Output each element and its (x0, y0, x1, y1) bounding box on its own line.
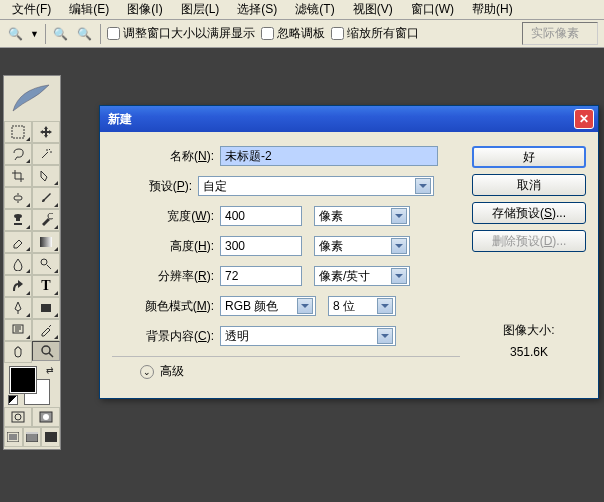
menu-window[interactable]: 窗口(W) (403, 0, 462, 20)
width-input[interactable] (220, 206, 302, 226)
expand-icon: ⌄ (140, 365, 154, 379)
eraser-tool[interactable] (4, 231, 32, 253)
screen-standard-icon[interactable] (4, 427, 23, 447)
svg-point-8 (15, 414, 21, 420)
foreground-color-swatch[interactable] (10, 367, 36, 393)
menu-edit[interactable]: 编辑(E) (61, 0, 117, 20)
background-select[interactable]: 透明 (220, 326, 396, 346)
menu-view[interactable]: 视图(V) (345, 0, 401, 20)
wand-tool[interactable] (32, 143, 60, 165)
path-tool[interactable] (4, 275, 32, 297)
save-preset-button[interactable]: 存储预设(S)... (472, 202, 586, 224)
quickmask-mode-icon[interactable] (32, 407, 60, 427)
chevron-down-icon (391, 238, 407, 254)
height-input[interactable] (220, 236, 302, 256)
hand-tool[interactable] (4, 341, 32, 363)
svg-rect-1 (14, 196, 22, 200)
tools-palette: T ⇄ (3, 75, 61, 450)
width-unit-select[interactable]: 像素 (314, 206, 410, 226)
dodge-tool[interactable] (32, 253, 60, 275)
screen-full-icon[interactable] (41, 427, 60, 447)
options-toolbar: 🔍 ▼ 🔍 🔍 调整窗口大小以满屏显示 忽略调板 缩放所有窗口 实际像素 (0, 20, 604, 48)
menu-select[interactable]: 选择(S) (229, 0, 285, 20)
dialog-titlebar[interactable]: 新建 ✕ (100, 106, 598, 132)
pen-tool[interactable] (4, 297, 32, 319)
new-document-dialog: 新建 ✕ 名称(N): 预设(P): 自定 宽度(W): 像素 高度(H): 像… (99, 105, 599, 399)
menu-file[interactable]: 文件(F) (4, 0, 59, 20)
resolution-unit-select[interactable]: 像素/英寸 (314, 266, 410, 286)
svg-rect-4 (41, 304, 51, 312)
zoom-out-icon[interactable]: 🔍 (76, 25, 94, 43)
preset-select[interactable]: 自定 (198, 176, 434, 196)
height-label: 高度(H): (112, 238, 220, 255)
zoom-in-icon[interactable]: 🔍 (52, 25, 70, 43)
menu-bar: 文件(F) 编辑(E) 图像(I) 图层(L) 选择(S) 滤镜(T) 视图(V… (0, 0, 604, 20)
type-tool[interactable]: T (32, 275, 60, 297)
shape-tool[interactable] (32, 297, 60, 319)
preset-label: 预设(P): (112, 178, 198, 195)
dropdown-arrow-icon[interactable]: ▼ (30, 29, 39, 39)
image-size-info: 图像大小: 351.6K (472, 320, 586, 363)
chevron-down-icon (391, 208, 407, 224)
name-label: 名称(N): (112, 148, 220, 165)
height-unit-select[interactable]: 像素 (314, 236, 410, 256)
swap-colors-icon[interactable]: ⇄ (46, 365, 54, 375)
standard-mode-icon[interactable] (4, 407, 32, 427)
gradient-tool[interactable] (32, 231, 60, 253)
chevron-down-icon (391, 268, 407, 284)
notes-tool[interactable] (4, 319, 32, 341)
menu-layer[interactable]: 图层(L) (173, 0, 228, 20)
fit-screen-checkbox[interactable]: 调整窗口大小以满屏显示 (107, 25, 255, 42)
resolution-input[interactable] (220, 266, 302, 286)
color-swatches: ⇄ (4, 363, 60, 407)
zoom-tool[interactable] (32, 341, 60, 361)
dialog-title: 新建 (108, 111, 132, 128)
blur-tool[interactable] (4, 253, 32, 275)
menu-filter[interactable]: 滤镜(T) (287, 0, 342, 20)
svg-rect-14 (26, 432, 38, 434)
background-label: 背景内容(C): (112, 328, 220, 345)
svg-point-3 (41, 259, 47, 265)
svg-rect-12 (9, 434, 17, 440)
delete-preset-button: 删除预设(D)... (472, 230, 586, 252)
svg-rect-2 (40, 237, 52, 247)
history-brush-tool[interactable] (32, 209, 60, 231)
divider (45, 24, 46, 44)
slice-tool[interactable] (32, 165, 60, 187)
brush-tool[interactable] (32, 187, 60, 209)
chevron-down-icon (415, 178, 431, 194)
divider (100, 24, 101, 44)
crop-tool[interactable] (4, 165, 32, 187)
advanced-toggle[interactable]: ⌄ 高级 (140, 363, 460, 380)
svg-rect-0 (12, 126, 24, 138)
marquee-tool[interactable] (4, 121, 32, 143)
resolution-label: 分辨率(R): (112, 268, 220, 285)
healing-tool[interactable] (4, 187, 32, 209)
ignore-palettes-checkbox[interactable]: 忽略调板 (261, 25, 325, 42)
close-button[interactable]: ✕ (574, 109, 594, 129)
svg-rect-15 (45, 432, 57, 442)
bit-depth-select[interactable]: 8 位 (328, 296, 396, 316)
lasso-tool[interactable] (4, 143, 32, 165)
zoom-tool-icon: 🔍 (6, 25, 24, 43)
stamp-tool[interactable] (4, 209, 32, 231)
zoom-all-windows-checkbox[interactable]: 缩放所有窗口 (331, 25, 419, 42)
move-tool[interactable] (32, 121, 60, 143)
chevron-down-icon (377, 298, 393, 314)
photoshop-logo-icon (4, 76, 60, 121)
actual-pixels-button[interactable]: 实际像素 (522, 22, 598, 45)
default-colors-icon[interactable] (8, 395, 18, 405)
color-mode-select[interactable]: RGB 颜色 (220, 296, 316, 316)
screen-menus-icon[interactable] (23, 427, 42, 447)
svg-point-6 (42, 346, 50, 354)
eyedropper-tool[interactable] (32, 319, 60, 341)
chevron-down-icon (377, 328, 393, 344)
menu-image[interactable]: 图像(I) (119, 0, 170, 20)
cancel-button[interactable]: 取消 (472, 174, 586, 196)
ok-button[interactable]: 好 (472, 146, 586, 168)
width-label: 宽度(W): (112, 208, 220, 225)
divider (112, 356, 460, 357)
name-input[interactable] (220, 146, 438, 166)
svg-point-10 (43, 414, 49, 420)
menu-help[interactable]: 帮助(H) (464, 0, 521, 20)
